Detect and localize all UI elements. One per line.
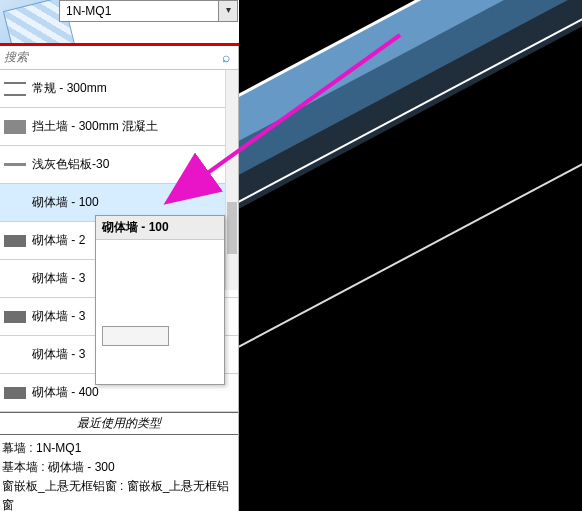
type-label: 砌体墙 - 400 — [32, 384, 99, 401]
type-label: 砌体墙 - 3 — [32, 270, 85, 287]
recent-types-header: 最近使用的类型 — [0, 412, 238, 435]
search-input[interactable] — [0, 46, 238, 68]
type-label: 砌体墙 - 100 — [32, 194, 99, 211]
type-label: 砌体墙 - 3 — [32, 308, 85, 325]
type-selector-bar: 1N-MQ1 ▾ — [0, 0, 239, 43]
swatch-icon — [4, 82, 26, 96]
type-label: 浅灰色铝板-30 — [32, 156, 109, 173]
type-row[interactable]: 常规 - 300mm — [0, 70, 238, 108]
search-icon[interactable]: ⌕ — [218, 49, 234, 65]
tooltip-preview — [102, 326, 169, 346]
swatch-icon — [4, 311, 26, 323]
scrollbar-thumb[interactable] — [227, 202, 237, 254]
type-row[interactable]: 浅灰色铝板-30 — [0, 146, 238, 184]
type-label: 砌体墙 - 2 — [32, 232, 85, 249]
tooltip-title: 砌体墙 - 100 — [96, 216, 224, 240]
search-box[interactable]: ⌕ — [0, 46, 238, 70]
swatch-icon — [4, 387, 26, 399]
type-row[interactable]: 挡土墙 - 300mm 混凝土 — [0, 108, 238, 146]
recent-item[interactable]: 幕墙 : 1N-MQ1 — [2, 439, 236, 458]
recent-types-list: 幕墙 : 1N-MQ1 基本墙 : 砌体墙 - 300 窗嵌板_上悬无框铝窗 :… — [0, 435, 238, 511]
scrollbar[interactable] — [225, 70, 238, 290]
type-tooltip: 砌体墙 - 100 — [95, 215, 225, 385]
wall-type-icon — [0, 0, 58, 43]
type-name-field[interactable]: 1N-MQ1 — [59, 0, 219, 22]
type-label: 砌体墙 - 3 — [32, 346, 85, 363]
swatch-icon — [4, 163, 26, 166]
recent-item[interactable]: 窗嵌板_上悬无框铝窗 : 窗嵌板_上悬无框铝窗 — [2, 477, 236, 511]
swatch-icon — [4, 235, 26, 247]
model-viewport[interactable] — [239, 0, 582, 511]
type-dropdown-button[interactable]: ▾ — [219, 0, 238, 22]
recent-item[interactable]: 基本墙 : 砌体墙 - 300 — [2, 458, 236, 477]
type-label: 挡土墙 - 300mm 混凝土 — [32, 118, 158, 135]
type-label: 常规 - 300mm — [32, 80, 107, 97]
swatch-icon — [4, 120, 26, 134]
